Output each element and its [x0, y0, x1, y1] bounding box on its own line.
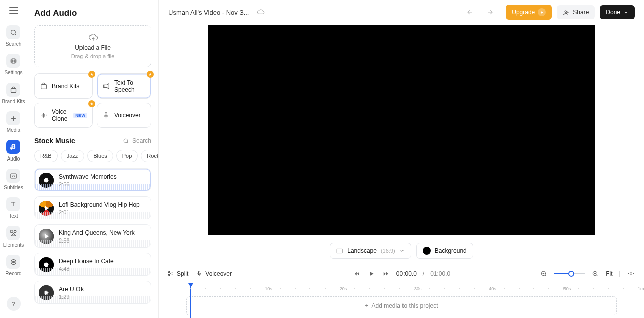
- project-name[interactable]: Usman Ali's Video - Nov 3...: [168, 9, 249, 16]
- topbar: Usman Ali's Video - Nov 3... Upgrade Sha…: [159, 0, 644, 24]
- option-tts[interactable]: Text To Speech: [97, 73, 151, 99]
- zoom-in-button[interactable]: [591, 269, 600, 278]
- option-label: Voice Clone: [52, 108, 67, 122]
- aspect-ratio-button[interactable]: Landscape (16:9): [330, 243, 411, 259]
- svg-point-20: [630, 273, 632, 275]
- ruler-minor-tick: [623, 288, 624, 289]
- svg-point-9: [13, 261, 15, 263]
- svg-rect-14: [337, 249, 343, 253]
- subtitles-icon: [6, 169, 20, 183]
- track-item[interactable]: Lofi Background Vlog Hip Hop2:01: [34, 196, 151, 219]
- ruler-tick: [638, 286, 644, 291]
- svg-point-13: [565, 10, 567, 12]
- video-canvas[interactable]: [208, 25, 595, 235]
- stock-search-button[interactable]: Search: [123, 137, 151, 144]
- track-item[interactable]: Deep House In Cafe4:48: [34, 253, 151, 276]
- option-label: Text To Speech: [114, 79, 146, 93]
- option-voiceclone[interactable]: Voice CloneNEW: [34, 103, 93, 128]
- ruler-minor-tick: [608, 288, 609, 289]
- rail-item-settings[interactable]: Settings: [2, 54, 25, 75]
- svg-point-7: [14, 230, 16, 232]
- upgrade-button[interactable]: Upgrade: [506, 5, 552, 20]
- ruler-minor-tick: [533, 288, 534, 289]
- rail-label: Audio: [7, 156, 20, 162]
- track-name: King And Queens, New York: [59, 229, 135, 236]
- share-button[interactable]: Share: [557, 5, 595, 19]
- ruler-minor-tick: [235, 288, 236, 289]
- ruler-minor-tick: [250, 288, 251, 289]
- media-icon: [6, 111, 20, 125]
- timeline-empty-add[interactable]: + Add media to this project: [186, 296, 617, 315]
- option-voiceover[interactable]: Voiceover: [97, 103, 151, 128]
- genre-rb[interactable]: R&B: [34, 150, 58, 162]
- split-button[interactable]: Split: [167, 270, 188, 277]
- rail-item-elements[interactable]: Elements: [2, 226, 25, 248]
- skip-forward-button[interactable]: [382, 270, 390, 278]
- done-button[interactable]: Done: [600, 5, 635, 19]
- ruler-minor-tick: [205, 288, 206, 289]
- timeline-ruler[interactable]: [159, 283, 644, 293]
- upload-icon: [88, 33, 98, 42]
- voiceover-button[interactable]: Voiceover: [196, 270, 232, 277]
- ruler-minor-tick: [444, 288, 445, 289]
- premium-badge-icon: [88, 100, 95, 107]
- track-item[interactable]: Synthwave Memories2:56: [34, 168, 151, 191]
- brandkits-icon: [40, 82, 48, 90]
- genre-rock[interactable]: Rock: [141, 150, 159, 162]
- fit-button[interactable]: Fit: [606, 270, 612, 277]
- zoom-slider[interactable]: [554, 273, 585, 274]
- genre-blues[interactable]: Blues: [87, 150, 113, 162]
- redo-button[interactable]: [482, 7, 496, 18]
- rail-item-audio[interactable]: Audio: [2, 140, 25, 162]
- rail-label: Search: [6, 41, 22, 47]
- option-label: Voiceover: [114, 112, 141, 119]
- svg-rect-6: [11, 230, 13, 232]
- background-button[interactable]: Background: [416, 243, 473, 259]
- premium-badge-icon: [147, 71, 154, 78]
- rail-item-brandkits[interactable]: Brand Kits: [2, 83, 25, 104]
- rail-item-record[interactable]: Record: [2, 255, 25, 276]
- play-button[interactable]: [367, 269, 376, 278]
- track-item[interactable]: King And Queens, New York2:56: [34, 224, 151, 248]
- svg-point-1: [13, 60, 15, 62]
- upload-title: Upload a File: [75, 44, 111, 51]
- ruler-minor-tick: [295, 288, 296, 289]
- hamburger-icon[interactable]: [9, 7, 18, 14]
- ruler-minor-tick: [504, 288, 505, 289]
- rail-label: Record: [5, 271, 21, 276]
- undo-button[interactable]: [464, 7, 477, 18]
- rail-item-search[interactable]: Search: [2, 25, 25, 47]
- svg-point-3: [11, 148, 13, 149]
- stock-search-label: Search: [132, 137, 151, 144]
- timeline[interactable]: + Add media to this project: [159, 283, 644, 318]
- zoom-out-button[interactable]: [539, 269, 548, 278]
- track-item[interactable]: Are U Ok1:29: [34, 281, 151, 304]
- add-audio-panel: Add Audio Upload a File Drag & drop a fi…: [27, 0, 159, 318]
- rail-item-subtitles[interactable]: Subtitles: [2, 169, 25, 190]
- skip-back-button[interactable]: [353, 270, 361, 278]
- track-duration: 2:56: [59, 181, 117, 187]
- svg-point-15: [168, 271, 170, 273]
- genre-pop[interactable]: Pop: [116, 150, 138, 162]
- svg-rect-11: [105, 112, 107, 116]
- svg-point-0: [11, 30, 15, 34]
- svg-point-12: [124, 139, 128, 143]
- rail-label: Media: [7, 127, 20, 133]
- background-swatch: [423, 247, 431, 255]
- ruler-minor-tick: [593, 288, 594, 289]
- help-button[interactable]: ?: [7, 297, 21, 311]
- svg-rect-5: [11, 174, 16, 178]
- rail-item-text[interactable]: Text: [2, 197, 25, 219]
- track-duration: 4:48: [59, 266, 114, 272]
- upload-dropzone[interactable]: Upload a File Drag & drop a file: [34, 25, 151, 67]
- elements-icon: [6, 226, 20, 240]
- record-icon: [6, 255, 20, 269]
- rail-item-media[interactable]: Media: [2, 111, 25, 133]
- option-brandkits[interactable]: Brand Kits: [34, 73, 93, 99]
- rail-label: Settings: [4, 70, 22, 75]
- timeline-settings-button[interactable]: [626, 269, 636, 278]
- time-sep: /: [423, 270, 424, 277]
- track-duration: 1:29: [59, 294, 84, 300]
- genre-jazz[interactable]: Jazz: [61, 150, 85, 162]
- left-rail: SearchSettingsBrand KitsMediaAudioSubtit…: [0, 0, 27, 318]
